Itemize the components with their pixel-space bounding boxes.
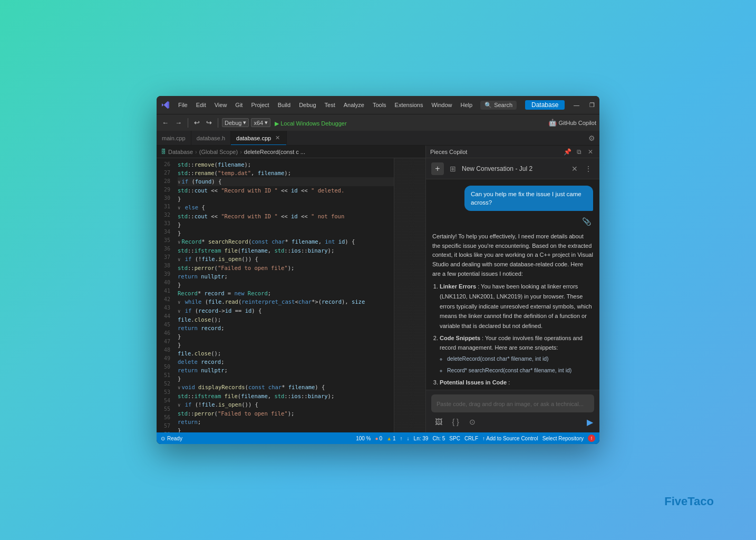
chat-close-button[interactable]: ✕ [569,163,580,175]
tab-database-h[interactable]: database.h [191,131,231,145]
line-ending-label: CRLF [464,436,478,441]
maximize-button[interactable]: ❐ [585,100,599,110]
redo-button[interactable]: ↪ [204,118,214,128]
code-editor[interactable]: 2627282930 3132333435 3637383940 4142434… [157,158,425,432]
issue-2-snippets: deleteRecord(const char* filename, int i… [440,354,593,375]
issue-1: Linker Errors : You have been looking at… [440,282,593,331]
issue-2: Code Snippets : Your code involves file … [440,333,593,375]
breadcrumb: 🗄 Database › (Global Scope) › deleteReco… [157,146,425,158]
github-copilot-button[interactable]: 🤖 GitHub Copilot [548,119,596,127]
status-bar: ⊙ Ready 100 % ● 0 ▲ 1 ↑ ↓ Ln: 39 Ch: 5 S… [157,432,599,444]
menu-build[interactable]: Build [274,100,294,110]
line-position: Ln: 39 [414,436,429,441]
copilot-header-controls: 📌 ⧉ ✕ [563,147,595,157]
issue-1-title: Linker Errors [440,283,476,290]
menu-git[interactable]: Git [231,100,246,110]
copilot-close-button[interactable]: ✕ [586,147,595,157]
layout-icon-button[interactable]: ⊞ [447,163,459,175]
issue-3-colon: : [508,379,510,385]
code-content[interactable]: std::remove(filename); std::rename("temp… [173,158,394,432]
issue-2-title: Code Snippets [440,335,480,341]
menu-project[interactable]: Project [247,100,273,110]
menu-extensions[interactable]: Extensions [391,100,427,110]
menu-help[interactable]: Help [457,100,477,110]
run-button[interactable]: ▶ Local Windows Debugger [273,118,348,128]
ai-intro-text: Certainly! To help you effectively, I ne… [432,232,593,278]
conversation-title: New Conversation - Jul 2 [462,165,566,172]
copilot-chat: + ⊞ New Conversation - Jul 2 ✕ ⋮ Can you… [426,158,599,432]
image-attach-button[interactable]: 🖼 [432,416,445,428]
col-position: Ch: 5 [432,436,445,441]
toolbar: ← → ↩ ↪ Debug ▾ x64 ▾ ▶ Local Windows De… [157,114,599,131]
back-button[interactable]: ← [160,118,171,128]
tab-bar: main.cpp database.h database.cpp ✕ ⚙ [157,131,599,146]
ready-icon: ⊙ [161,436,165,441]
minimap [394,158,425,432]
tab-close-button[interactable]: ✕ [274,134,281,142]
copilot-toolbar: + ⊞ New Conversation - Jul 2 ✕ ⋮ [426,158,599,179]
menu-analyze[interactable]: Analyze [340,100,368,110]
attach-icon-area: 📎 [432,217,593,226]
arch-dropdown[interactable]: x64 ▾ [251,118,270,127]
encoding-label: SPC [449,436,460,441]
breadcrumb-scope: (Global Scope) [199,149,238,155]
issue-1-text: You have been looking at linker errors (… [440,283,592,329]
zoom-level: 100 % [356,436,371,441]
copilot-input-area: Paste code, drag and drop an image, or a… [426,390,599,432]
status-bottom-right: ↑ Add to Source Control Select Repositor… [482,435,595,442]
select-repo-button[interactable]: Select Repository [542,436,584,441]
input-actions: 🖼 { } ⊙ ▶ [431,416,594,428]
main-content: 🗄 Database › (Global Scope) › deleteReco… [157,146,599,432]
minimize-button[interactable]: — [569,100,584,110]
chat-input-placeholder: Paste code, drag and drop an image, or a… [437,401,584,407]
breadcrumb-database: Database [168,149,193,155]
ai-message: Certainly! To help you effectively, I ne… [432,232,593,392]
user-bubble: Can you help me fix the issue I just cam… [464,186,593,211]
messages-area[interactable]: Can you help me fix the issue I just cam… [426,179,599,392]
tab-settings-button[interactable]: ⚙ [584,131,599,145]
menu-file[interactable]: File [175,100,191,110]
send-button[interactable]: ▶ [587,417,593,427]
db-icon: 🗄 [161,149,166,155]
menu-debug[interactable]: Debug [295,100,319,110]
vs-logo [161,100,170,110]
copilot-pin-button[interactable]: 📌 [563,147,572,157]
issue-3-title: Potential Issues in Code [440,379,507,385]
undo-button[interactable]: ↩ [192,118,202,128]
copilot-panel-header: Pieces Copilot 📌 ⧉ ✕ [426,146,599,158]
menu-tools[interactable]: Tools [369,100,390,110]
menu-view[interactable]: View [211,100,231,110]
user-message: Can you help me fix the issue I just cam… [432,186,593,211]
toolbar-sep-2 [218,118,218,128]
add-source-button[interactable]: ↑ Add to Source Control [482,436,538,441]
menu-test[interactable]: Test [321,100,339,110]
menu-bar: File Edit View Git Project Build Debug T… [175,100,476,110]
vs-window: File Edit View Git Project Build Debug T… [157,96,599,444]
forward-button[interactable]: → [173,118,184,128]
warning-indicator: ▲ 1 [386,436,395,441]
context-button[interactable]: ⊙ [466,416,479,428]
snippet-2: Record* searchRecord(const char* filenam… [447,366,593,375]
tab-database-cpp[interactable]: database.cpp ✕ [231,131,287,145]
menu-edit[interactable]: Edit [192,100,210,110]
chat-input-box[interactable]: Paste code, drag and drop an image, or a… [431,394,594,412]
new-chat-button[interactable]: + [431,162,444,175]
copilot-panel-title: Pieces Copilot [430,149,563,155]
status-right: 100 % ● 0 ▲ 1 ↑ ↓ Ln: 39 Ch: 5 SPC CRLF [356,436,478,441]
debug-dropdown[interactable]: Debug ▾ [222,118,249,127]
search-text: Search [494,102,512,108]
down-arrow-icon: ↓ [407,436,410,441]
copilot-detach-button[interactable]: ⧉ [574,147,584,157]
line-numbers: 2627282930 3132333435 3637383940 4142434… [157,158,173,432]
menu-window[interactable]: Window [428,100,455,110]
search-box[interactable]: 🔍 Search [480,101,517,110]
editor-panel: 🗄 Database › (Global Scope) › deleteReco… [157,146,425,432]
ai-issues-list: Linker Errors : You have been looking at… [432,282,593,392]
notification-icon: ! [588,435,595,442]
chat-more-button[interactable]: ⋮ [583,163,594,175]
code-button[interactable]: { } [449,416,462,428]
ready-status: ⊙ Ready [161,436,182,441]
copilot-panel: Pieces Copilot 📌 ⧉ ✕ + ⊞ New Conversatio… [425,146,599,432]
tab-main-cpp[interactable]: main.cpp [157,131,191,145]
editor-container: 🗄 Database › (Global Scope) › deleteReco… [157,146,425,432]
